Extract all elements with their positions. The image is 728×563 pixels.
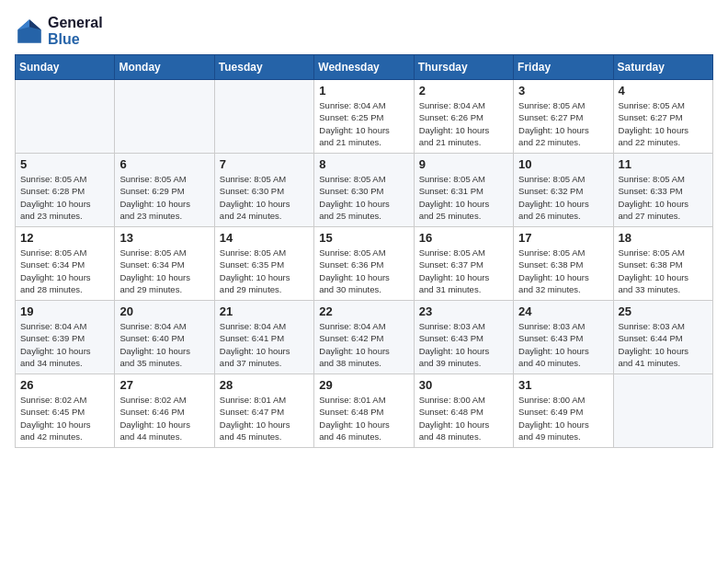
day-number: 6 [119,157,209,171]
calendar-cell [613,374,712,448]
day-number: 2 [419,84,508,98]
day-number: 24 [518,304,608,318]
day-content: Sunrise: 8:04 AM Sunset: 6:42 PM Dayligh… [319,320,408,369]
calendar-cell: 22Sunrise: 8:04 AM Sunset: 6:42 PM Dayli… [314,301,414,374]
day-content: Sunrise: 8:02 AM Sunset: 6:46 PM Dayligh… [119,394,209,442]
calendar-cell: 5Sunrise: 8:05 AM Sunset: 6:28 PM Daylig… [16,154,115,227]
calendar-cell: 2Sunrise: 8:04 AM Sunset: 6:26 PM Daylig… [414,80,513,154]
day-content: Sunrise: 8:05 AM Sunset: 6:34 PM Dayligh… [20,247,109,295]
day-content: Sunrise: 8:02 AM Sunset: 6:45 PM Dayligh… [20,394,109,442]
calendar-cell: 30Sunrise: 8:00 AM Sunset: 6:48 PM Dayli… [414,374,513,448]
day-content: Sunrise: 8:05 AM Sunset: 6:29 PM Dayligh… [119,173,209,222]
day-number: 26 [20,378,109,392]
day-header-saturday: Saturday [613,55,712,80]
day-number: 15 [319,231,408,245]
calendar-cell: 1Sunrise: 8:04 AM Sunset: 6:25 PM Daylig… [314,80,414,154]
day-number: 22 [319,304,408,318]
calendar-cell: 4Sunrise: 8:05 AM Sunset: 6:27 PM Daylig… [613,80,712,154]
logo-icon [15,17,44,46]
calendar-body: 1Sunrise: 8:04 AM Sunset: 6:25 PM Daylig… [16,80,713,448]
calendar-cell: 16Sunrise: 8:05 AM Sunset: 6:37 PM Dayli… [414,227,513,301]
calendar-cell [16,80,115,154]
day-header-sunday: Sunday [16,55,115,80]
day-content: Sunrise: 8:05 AM Sunset: 6:27 PM Dayligh… [518,99,608,148]
calendar-cell: 29Sunrise: 8:01 AM Sunset: 6:48 PM Dayli… [314,374,414,448]
day-content: Sunrise: 8:04 AM Sunset: 6:26 PM Dayligh… [419,99,508,148]
day-content: Sunrise: 8:05 AM Sunset: 6:30 PM Dayligh… [220,173,309,222]
day-number: 1 [319,84,408,98]
calendar-cell: 19Sunrise: 8:04 AM Sunset: 6:39 PM Dayli… [16,301,115,374]
day-number: 16 [419,231,508,245]
day-number: 8 [319,157,408,171]
calendar-week-2: 12Sunrise: 8:05 AM Sunset: 6:34 PM Dayli… [16,227,713,301]
calendar-cell: 20Sunrise: 8:04 AM Sunset: 6:40 PM Dayli… [115,301,214,374]
day-content: Sunrise: 8:05 AM Sunset: 6:38 PM Dayligh… [518,247,608,295]
calendar-cell: 17Sunrise: 8:05 AM Sunset: 6:38 PM Dayli… [514,227,613,301]
calendar-cell: 15Sunrise: 8:05 AM Sunset: 6:36 PM Dayli… [314,227,414,301]
calendar-cell: 31Sunrise: 8:00 AM Sunset: 6:49 PM Dayli… [514,374,613,448]
day-number: 19 [20,304,109,318]
day-content: Sunrise: 8:04 AM Sunset: 6:40 PM Dayligh… [119,320,209,369]
calendar-week-4: 26Sunrise: 8:02 AM Sunset: 6:45 PM Dayli… [16,374,713,448]
calendar-cell: 26Sunrise: 8:02 AM Sunset: 6:45 PM Dayli… [16,374,115,448]
day-content: Sunrise: 8:05 AM Sunset: 6:30 PM Dayligh… [319,173,408,222]
calendar-cell: 8Sunrise: 8:05 AM Sunset: 6:30 PM Daylig… [314,154,414,227]
day-content: Sunrise: 8:01 AM Sunset: 6:48 PM Dayligh… [319,394,408,442]
calendar-cell: 14Sunrise: 8:05 AM Sunset: 6:35 PM Dayli… [214,227,313,301]
calendar-cell [115,80,214,154]
day-number: 25 [619,304,708,318]
calendar-cell: 12Sunrise: 8:05 AM Sunset: 6:34 PM Dayli… [16,227,115,301]
calendar-cell: 21Sunrise: 8:04 AM Sunset: 6:41 PM Dayli… [214,301,313,374]
calendar-cell: 24Sunrise: 8:03 AM Sunset: 6:43 PM Dayli… [514,301,613,374]
day-content: Sunrise: 8:05 AM Sunset: 6:37 PM Dayligh… [419,247,508,295]
day-number: 9 [419,157,508,171]
day-number: 20 [119,304,209,318]
day-header-wednesday: Wednesday [314,55,414,80]
calendar-cell: 11Sunrise: 8:05 AM Sunset: 6:33 PM Dayli… [613,154,712,227]
day-content: Sunrise: 8:05 AM Sunset: 6:34 PM Dayligh… [119,247,209,295]
calendar-week-0: 1Sunrise: 8:04 AM Sunset: 6:25 PM Daylig… [16,80,713,154]
day-number: 10 [518,157,608,171]
day-number: 7 [220,157,309,171]
calendar-header-row: SundayMondayTuesdayWednesdayThursdayFrid… [16,55,713,80]
page-header: General Blue [15,15,713,47]
day-content: Sunrise: 8:05 AM Sunset: 6:28 PM Dayligh… [20,173,109,222]
day-header-thursday: Thursday [414,55,513,80]
day-number: 12 [20,231,109,245]
day-content: Sunrise: 8:05 AM Sunset: 6:35 PM Dayligh… [220,247,309,295]
calendar-cell: 18Sunrise: 8:05 AM Sunset: 6:38 PM Dayli… [613,227,712,301]
logo-text: General Blue [48,15,103,47]
day-content: Sunrise: 8:05 AM Sunset: 6:38 PM Dayligh… [619,247,708,295]
logo: General Blue [15,15,103,47]
day-content: Sunrise: 8:03 AM Sunset: 6:44 PM Dayligh… [619,320,708,369]
day-number: 29 [319,378,408,392]
calendar-cell: 6Sunrise: 8:05 AM Sunset: 6:29 PM Daylig… [115,154,214,227]
day-content: Sunrise: 8:00 AM Sunset: 6:48 PM Dayligh… [419,394,508,442]
day-header-friday: Friday [514,55,613,80]
day-number: 18 [619,231,708,245]
day-content: Sunrise: 8:03 AM Sunset: 6:43 PM Dayligh… [419,320,508,369]
calendar-cell: 10Sunrise: 8:05 AM Sunset: 6:32 PM Dayli… [514,154,613,227]
day-number: 17 [518,231,608,245]
day-number: 14 [220,231,309,245]
day-content: Sunrise: 8:01 AM Sunset: 6:47 PM Dayligh… [220,394,309,442]
day-number: 30 [419,378,508,392]
day-number: 27 [119,378,209,392]
day-number: 3 [518,84,608,98]
day-number: 31 [518,378,608,392]
day-number: 5 [20,157,109,171]
calendar-week-1: 5Sunrise: 8:05 AM Sunset: 6:28 PM Daylig… [16,154,713,227]
calendar-cell: 9Sunrise: 8:05 AM Sunset: 6:31 PM Daylig… [414,154,513,227]
day-number: 28 [220,378,309,392]
day-content: Sunrise: 8:05 AM Sunset: 6:31 PM Dayligh… [419,173,508,222]
day-number: 11 [619,157,708,171]
day-content: Sunrise: 8:04 AM Sunset: 6:41 PM Dayligh… [220,320,309,369]
day-content: Sunrise: 8:05 AM Sunset: 6:27 PM Dayligh… [619,99,708,148]
day-number: 13 [119,231,209,245]
calendar-table: SundayMondayTuesdayWednesdayThursdayFrid… [15,54,713,448]
calendar-week-3: 19Sunrise: 8:04 AM Sunset: 6:39 PM Dayli… [16,301,713,374]
calendar-cell: 28Sunrise: 8:01 AM Sunset: 6:47 PM Dayli… [214,374,313,448]
day-header-monday: Monday [115,55,214,80]
day-content: Sunrise: 8:04 AM Sunset: 6:25 PM Dayligh… [319,99,408,148]
day-content: Sunrise: 8:04 AM Sunset: 6:39 PM Dayligh… [20,320,109,369]
